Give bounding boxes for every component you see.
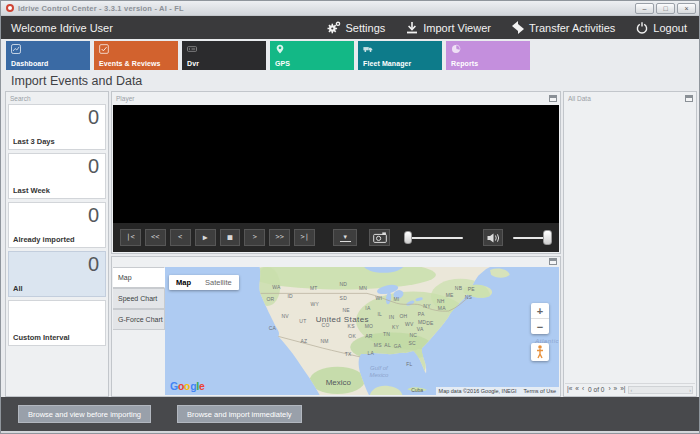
tab-fleet-manager[interactable]: Fleet Manager	[358, 41, 442, 70]
map-state-label: WI	[375, 295, 382, 301]
map-label-country: United States	[316, 314, 369, 323]
tab-gforce-chart[interactable]: G-Force Chart	[113, 309, 165, 330]
filter-count: 0	[88, 204, 99, 227]
map-state-label: ME	[446, 292, 454, 298]
player-panel-title: Player	[116, 95, 134, 102]
player-panel: Player |< << < ▶ ■ > >> >| ▼	[111, 91, 561, 254]
tab-gps-label: GPS	[275, 60, 290, 67]
line-chart-icon	[11, 44, 21, 54]
step-forward-button[interactable]: >	[244, 229, 265, 246]
first-page-button[interactable]: |«	[567, 386, 572, 393]
settings-button[interactable]: Settings	[327, 21, 386, 34]
step-back-button[interactable]: <	[170, 229, 191, 246]
skip-end-button[interactable]: >|	[294, 229, 315, 246]
zoom-in-button[interactable]: +	[531, 303, 549, 318]
map-state-label: NB	[455, 285, 462, 291]
next-page-button[interactable]: ›	[608, 386, 610, 393]
map-label-cuba: Cuba	[411, 387, 423, 393]
last-page-button[interactable]: »|	[620, 386, 625, 393]
map-state-label: MO	[365, 323, 373, 329]
tab-map-view[interactable]: Map	[113, 267, 165, 288]
volume-thumb[interactable]	[543, 230, 552, 245]
browse-view-button[interactable]: Browse and view before importing	[18, 405, 151, 423]
module-tabs: Dashboard Events & Reviews Dvr GPS	[1, 39, 699, 70]
filter-all[interactable]: 0 All	[8, 251, 106, 297]
minimize-button[interactable]: –	[635, 3, 654, 14]
close-button[interactable]: ×	[677, 3, 696, 14]
tab-dvr[interactable]: Dvr	[182, 41, 266, 70]
tab-dashboard[interactable]: Dashboard	[6, 41, 90, 70]
pagination-bar: |« « ‹ 0 of 0 › » »| ‹ ›	[565, 383, 695, 395]
playback-slider[interactable]	[404, 229, 463, 246]
collapse-panel-icon[interactable]	[685, 95, 693, 102]
map-state-label: SD	[340, 295, 347, 301]
map-state-label: SC	[409, 340, 416, 346]
speaker-icon	[487, 233, 500, 243]
import-viewer-label: Import Viewer	[423, 22, 491, 34]
transfer-arrows-icon	[512, 21, 524, 34]
filter-last-3-days[interactable]: 0 Last 3 Days	[8, 104, 106, 150]
tab-reports[interactable]: Reports	[446, 41, 530, 70]
fast-prev-page-button[interactable]: «	[575, 386, 579, 393]
map-state-label: WY	[310, 301, 318, 307]
map-type-map-button[interactable]: Map	[169, 275, 198, 290]
map-zoom-control: + −	[531, 303, 549, 334]
map-state-label: IN	[389, 314, 394, 320]
map-state-label: VA	[417, 326, 424, 332]
tab-speed-chart[interactable]: Speed Chart	[113, 288, 165, 309]
map-state-label: ID	[287, 293, 292, 299]
main-content: Search 0 Last 3 Days 0 Last Week 0 Alrea…	[1, 91, 699, 397]
tab-fleet-manager-label: Fleet Manager	[363, 60, 411, 67]
maximize-button[interactable]: □	[656, 3, 675, 14]
map-panel: Map Speed Chart G-Force Chart	[111, 256, 561, 397]
fast-forward-button[interactable]: >>	[269, 229, 290, 246]
filter-last-week[interactable]: 0 Last Week	[8, 153, 106, 199]
transfer-activities-button[interactable]: Transfer Activities	[512, 21, 615, 34]
logout-button[interactable]: Logout	[636, 22, 687, 34]
map-view-tabs: Map Speed Chart G-Force Chart	[113, 267, 165, 330]
map-label-mexico: Mexico	[326, 378, 351, 387]
collapse-panel-icon[interactable]	[549, 258, 557, 265]
map-state-label: MI	[393, 296, 399, 302]
horizontal-scrollbar[interactable]: ‹ ›	[628, 386, 693, 394]
scroll-left-arrow[interactable]: ‹	[630, 387, 632, 393]
map-state-label: NM	[320, 338, 328, 344]
map-data-credit: Map data ©2016 Google, INEGI	[439, 388, 517, 394]
snapshot-button[interactable]	[369, 229, 390, 246]
volume-slider[interactable]	[513, 229, 552, 246]
street-view-pegman-button[interactable]	[531, 343, 549, 361]
filter-label: All	[13, 284, 23, 293]
map-state-label: NV	[281, 313, 288, 319]
google-map[interactable]: WAORIDMTNDMNWIMINYMENBPENSNHMASDWYNEIAIL…	[165, 267, 559, 395]
terms-of-use-link[interactable]: Terms of Use	[524, 388, 556, 394]
import-viewer-button[interactable]: Import Viewer	[406, 21, 491, 34]
welcome-text: Welcome Idrive User	[11, 22, 113, 34]
page-indicator: 0 of 0	[588, 386, 604, 393]
map-state-label: NC	[409, 332, 417, 338]
stop-button[interactable]: ■	[220, 229, 241, 246]
browse-import-button[interactable]: Browse and import immediately	[177, 405, 302, 423]
fast-next-page-button[interactable]: »	[614, 386, 618, 393]
skip-start-button[interactable]: |<	[120, 229, 141, 246]
logout-label: Logout	[653, 22, 687, 34]
rewind-button[interactable]: <<	[145, 229, 166, 246]
gear-icon	[327, 21, 341, 34]
map-state-label: WA	[272, 284, 280, 290]
scroll-right-arrow[interactable]: ›	[689, 387, 691, 393]
map-state-label: IL	[377, 311, 382, 317]
play-button[interactable]: ▶	[195, 229, 216, 246]
collapse-panel-icon[interactable]	[549, 95, 557, 102]
zoom-out-button[interactable]: −	[531, 319, 549, 334]
map-state-label: KY	[392, 324, 399, 330]
download-button[interactable]: ▼	[333, 229, 357, 246]
tab-events-reviews[interactable]: Events & Reviews	[94, 41, 178, 70]
tab-gps[interactable]: GPS	[270, 41, 354, 70]
prev-page-button[interactable]: ‹	[582, 386, 584, 393]
power-icon	[636, 22, 648, 34]
map-type-satellite-button[interactable]: Satellite	[198, 275, 239, 290]
filter-custom-interval[interactable]: Custom Interval	[8, 300, 106, 346]
mute-button[interactable]	[483, 229, 503, 246]
playback-thumb[interactable]	[404, 231, 412, 244]
map-state-label: OH	[399, 313, 407, 319]
filter-already-imported[interactable]: 0 Already imported	[8, 202, 106, 248]
